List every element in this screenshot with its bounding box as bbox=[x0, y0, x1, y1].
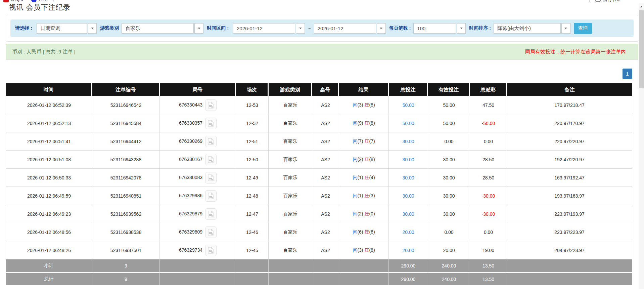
cell-session: 12-48 bbox=[236, 187, 269, 205]
scroll-up-arrow-icon[interactable]: ▲ bbox=[639, 3, 644, 9]
total-bet-link[interactable]: 30.00 bbox=[402, 175, 414, 180]
result-player: 闲 bbox=[353, 120, 357, 126]
video-replay-button[interactable] bbox=[205, 245, 217, 256]
cell-time: 2026-01-12 06:48:26 bbox=[6, 241, 92, 259]
date-to-value: 2026-01-12 bbox=[314, 23, 376, 34]
range-separator: ~ bbox=[308, 26, 311, 31]
time-sort-dropdown[interactable]: 降冪(由大到小) bbox=[494, 23, 570, 34]
cell-valid-bet: 30.00 bbox=[428, 151, 470, 169]
chevron-down-icon[interactable] bbox=[457, 23, 466, 34]
cell-note: 204.97/223.97 bbox=[507, 241, 632, 259]
video-replay-button[interactable] bbox=[205, 154, 217, 165]
cell-time: 2026-01-12 06:49:23 bbox=[6, 205, 92, 223]
cell-payout: -30.00 bbox=[470, 205, 507, 223]
cell-round-number: 676329734 bbox=[160, 241, 236, 259]
table-row: 2026-01-12 06:49:23 523116939562 6763298… bbox=[6, 205, 632, 223]
total-label: 总计 bbox=[6, 272, 92, 285]
chevron-down-icon[interactable] bbox=[194, 23, 203, 34]
chevron-down-icon[interactable] bbox=[377, 23, 386, 34]
date-from-picker[interactable]: 2026-01-12 bbox=[233, 23, 305, 34]
cell-session: 12-50 bbox=[236, 151, 269, 169]
total-total-bet: 290.00 bbox=[389, 272, 428, 285]
folder-icon bbox=[595, 0, 601, 2]
total-bet-link[interactable]: 30.00 bbox=[402, 139, 414, 144]
vertical-scrollbar[interactable]: ▲ bbox=[639, 3, 644, 289]
cell-total-bet: 30.00 bbox=[389, 169, 428, 187]
cell-payout: 0.00 bbox=[470, 132, 507, 151]
video-replay-button[interactable] bbox=[205, 190, 217, 202]
chevron-down-icon[interactable] bbox=[296, 23, 305, 34]
cell-valid-bet: 30.00 bbox=[428, 187, 470, 205]
total-bet-link[interactable]: 50.00 bbox=[402, 102, 414, 108]
all-bookmarks-label: 所有书签 bbox=[603, 0, 620, 3]
cell-round-number: 676330357 bbox=[160, 114, 236, 132]
all-bookmarks-button[interactable]: 所有书签 bbox=[589, 0, 620, 3]
page-button-1[interactable]: 1 bbox=[623, 69, 632, 79]
video-replay-button[interactable] bbox=[205, 226, 217, 238]
date-to-picker[interactable]: 2026-01-12 bbox=[314, 23, 386, 34]
video-replay-button[interactable] bbox=[205, 208, 217, 220]
chevron-down-icon[interactable] bbox=[561, 23, 570, 34]
total-bet-link[interactable]: 30.00 bbox=[402, 193, 414, 199]
total-bet-link[interactable]: 20.00 bbox=[402, 248, 414, 253]
cell-bet-number: 523116937501 bbox=[92, 241, 160, 259]
cell-bet-number: 523116938538 bbox=[92, 223, 160, 241]
cell-payout: 19.00 bbox=[470, 241, 507, 259]
search-button[interactable]: 查询 bbox=[574, 23, 592, 34]
result-banker: 庄 bbox=[364, 211, 369, 216]
total-bet-link[interactable]: 30.00 bbox=[402, 211, 414, 217]
total-bet-link[interactable]: 50.00 bbox=[402, 121, 414, 126]
total-bet-link[interactable]: 20.00 bbox=[402, 230, 414, 235]
valid-bet-notice-text: 同局有效投注，统一计算在该局第一张注单内 bbox=[525, 49, 632, 55]
cell-payout: 28.50 bbox=[470, 169, 507, 187]
result-banker: 庄 bbox=[364, 193, 369, 198]
page-size-dropdown[interactable]: 100 bbox=[413, 23, 466, 34]
result-player: 闲 bbox=[353, 175, 357, 180]
cell-payout: -30.00 bbox=[470, 187, 507, 205]
column-header: 备注 bbox=[507, 83, 632, 96]
cell-game-type: 百家乐 bbox=[269, 187, 312, 205]
video-replay-button[interactable] bbox=[205, 118, 217, 129]
cell-valid-bet: 0.00 bbox=[428, 223, 470, 241]
cell-valid-bet: 30.00 bbox=[428, 169, 470, 187]
cell-round-number: 676329879 bbox=[160, 205, 236, 223]
cell-bet-number: 523116939562 bbox=[92, 205, 160, 223]
cell-note: 163.97/192.47 bbox=[507, 169, 632, 187]
cell-session: 12-49 bbox=[236, 169, 269, 187]
cell-note: 220.97/220.97 bbox=[507, 132, 632, 151]
total-bet-link[interactable]: 30.00 bbox=[402, 157, 414, 162]
query-type-dropdown[interactable]: 日期查询 bbox=[37, 23, 97, 34]
column-header: 注单编号 bbox=[92, 83, 160, 96]
total-count: 9 bbox=[92, 272, 160, 285]
video-replay-button[interactable] bbox=[205, 136, 217, 147]
cell-note: 223.97/223.97 bbox=[507, 223, 632, 241]
cell-round-number: 676330083 bbox=[160, 169, 236, 187]
cell-valid-bet: 0.00 bbox=[428, 132, 470, 151]
column-header: 游戏类别 bbox=[269, 83, 312, 96]
cell-bet-number: 523116946542 bbox=[92, 96, 160, 114]
table-row: 2026-01-12 06:48:26 523116937501 6763297… bbox=[6, 241, 632, 259]
time-sort-label: 时间排序 : bbox=[469, 25, 491, 31]
chevron-down-icon[interactable] bbox=[88, 23, 97, 34]
cell-result: 闲(1) 庄(4) bbox=[339, 169, 389, 187]
cell-result: 闲(2) 庄(0) bbox=[339, 205, 389, 223]
cell-valid-bet: 20.00 bbox=[428, 241, 470, 259]
result-player: 闲 bbox=[353, 157, 357, 162]
time-sort-value: 降冪(由大到小) bbox=[494, 23, 561, 34]
result-player: 闲 bbox=[353, 193, 357, 198]
bookmark-item-taobao[interactable]: 爱淘宝 bbox=[3, 0, 24, 3]
cell-game-type: 百家乐 bbox=[269, 132, 312, 151]
cell-game-type: 百家乐 bbox=[269, 114, 312, 132]
scrollbar-thumb[interactable] bbox=[639, 10, 644, 88]
currency-total-text: 币别 : 人民币 | 总共 :9 注单 | bbox=[12, 49, 76, 55]
cell-valid-bet: 50.00 bbox=[428, 114, 470, 132]
video-replay-button[interactable] bbox=[205, 172, 217, 183]
cell-table-number: AS2 bbox=[312, 132, 339, 151]
table-row: 2026-01-12 06:49:59 523116940851 6763299… bbox=[6, 187, 632, 205]
bookmark-item-baidu[interactable]: 百度一下 bbox=[31, 0, 56, 3]
video-replay-button[interactable] bbox=[205, 99, 217, 111]
cell-time: 2026-01-12 06:49:59 bbox=[6, 187, 92, 205]
game-type-dropdown[interactable]: 百家乐 bbox=[122, 23, 203, 34]
cell-bet-number: 523116942078 bbox=[92, 169, 160, 187]
browser-bookmarks-bar: 爱淘宝 百度一下 所有书签 bbox=[0, 0, 644, 3]
